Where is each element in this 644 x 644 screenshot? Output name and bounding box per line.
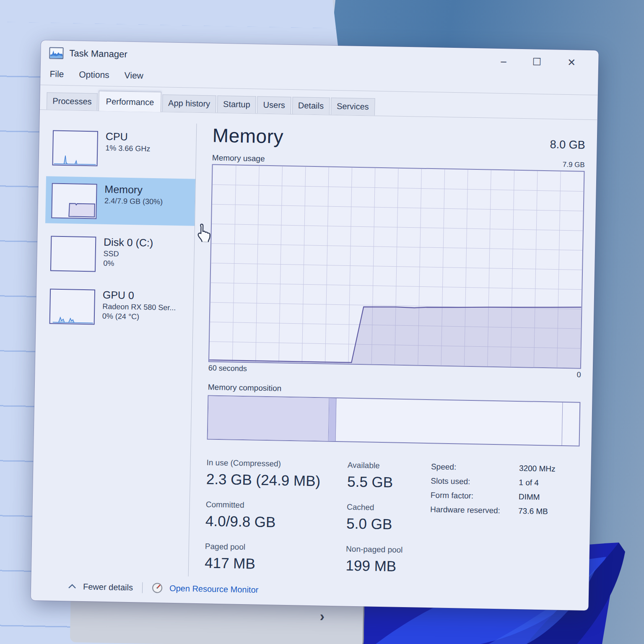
chevron-up-icon bbox=[68, 583, 76, 589]
task-manager-window: Task Manager – ☐ ✕ File Options View Pro… bbox=[31, 40, 599, 610]
stat-available: Available 5.5 GB bbox=[347, 461, 404, 491]
detail-speed: Speed: 3200 MHz bbox=[431, 462, 556, 473]
stat-in-use: In use (Compressed) 2.3 GB (24.9 MB) bbox=[206, 458, 321, 489]
disk-subtitle: SSD bbox=[103, 249, 153, 260]
tab-users[interactable]: Users bbox=[257, 96, 291, 114]
open-resource-monitor-link[interactable]: Open Resource Monitor bbox=[169, 583, 259, 595]
detail-form-factor: Form factor: DIMM bbox=[431, 491, 555, 502]
menu-file[interactable]: File bbox=[49, 69, 64, 79]
axis-zero-label: 0 bbox=[576, 371, 581, 379]
detail-hardware-reserved: Hardware reserved: 73.6 MB bbox=[430, 505, 555, 516]
usage-label: Memory usage bbox=[212, 153, 265, 164]
memory-stats: In use (Compressed) 2.3 GB (24.9 MB) Ava… bbox=[205, 458, 579, 578]
composition-segment-modified bbox=[328, 398, 337, 441]
sidebar-item-gpu[interactable]: GPU 0 Radeon RX 580 Ser... 0% (24 °C) bbox=[43, 282, 193, 332]
chevron-right-icon[interactable]: › bbox=[319, 608, 325, 624]
cpu-thumbnail-graph bbox=[52, 130, 99, 166]
task-manager-app-icon bbox=[49, 47, 64, 59]
stat-paged-pool: Paged pool 417 MB bbox=[205, 542, 319, 573]
memory-title: Memory bbox=[104, 182, 163, 197]
tab-details[interactable]: Details bbox=[292, 97, 330, 115]
gpu-subtitle2: 0% (24 °C) bbox=[102, 312, 176, 323]
resource-monitor-icon bbox=[152, 582, 163, 593]
stat-cached: Cached 5.0 GB bbox=[346, 503, 403, 533]
page-title: Memory bbox=[212, 124, 283, 148]
composition-segment-standby bbox=[336, 398, 563, 445]
composition-segment-in-use bbox=[208, 396, 329, 441]
stat-committed: Committed 4.0/9.8 GB bbox=[205, 500, 320, 531]
memory-header: Memory 8.0 GB bbox=[212, 124, 585, 153]
minimize-button[interactable]: – bbox=[501, 56, 506, 66]
sidebar-item-disk[interactable]: Disk 0 (C:) SSD 0% bbox=[44, 229, 195, 279]
performance-content: CPU 1% 3.66 GHz Memory 2.4/7.9 GB (30%) bbox=[31, 110, 597, 584]
performance-sidebar: CPU 1% 3.66 GHz Memory 2.4/7.9 GB (30%) bbox=[39, 121, 197, 576]
mouse-cursor-hand bbox=[195, 223, 213, 242]
detail-slots-used: Slots used: 1 of 4 bbox=[431, 476, 555, 488]
maximize-button[interactable]: ☐ bbox=[532, 57, 541, 67]
gpu-subtitle: Radeon RX 580 Ser... bbox=[102, 301, 176, 313]
tab-app-history[interactable]: App history bbox=[162, 94, 216, 112]
sidebar-item-cpu[interactable]: CPU 1% 3.66 GHz bbox=[46, 123, 196, 173]
disk-thumbnail-graph bbox=[50, 236, 96, 272]
fewer-details-button[interactable]: Fewer details bbox=[83, 582, 133, 592]
disk-title: Disk 0 (C:) bbox=[104, 235, 153, 250]
gpu-title: GPU 0 bbox=[103, 288, 177, 303]
close-button[interactable]: ✕ bbox=[567, 57, 576, 68]
memory-usage-graph bbox=[208, 164, 585, 369]
tab-processes[interactable]: Processes bbox=[47, 92, 98, 110]
memory-subtitle: 2.4/7.9 GB (30%) bbox=[104, 196, 163, 207]
stat-non-paged-pool: Non-paged pool 199 MB bbox=[345, 545, 402, 575]
stats-grid: In use (Compressed) 2.3 GB (24.9 MB) Ava… bbox=[205, 458, 404, 575]
menu-options[interactable]: Options bbox=[79, 70, 109, 80]
composition-segment-free bbox=[562, 402, 580, 446]
usage-max-label: 7.9 GB bbox=[563, 161, 585, 169]
tab-performance[interactable]: Performance bbox=[99, 91, 161, 112]
memory-total: 8.0 GB bbox=[550, 138, 585, 153]
footer-divider bbox=[142, 582, 143, 593]
memory-details: Speed: 3200 MHz Slots used: 1 of 4 Form … bbox=[429, 462, 556, 577]
disk-subtitle2: 0% bbox=[103, 259, 153, 270]
gpu-thumbnail-graph bbox=[49, 288, 96, 325]
window-controls: – ☐ ✕ bbox=[501, 56, 587, 68]
time-axis-label: 60 seconds bbox=[208, 364, 247, 373]
sidebar-item-memory[interactable]: Memory 2.4/7.9 GB (30%) bbox=[45, 176, 195, 226]
cpu-subtitle: 1% 3.66 GHz bbox=[105, 143, 150, 153]
tab-startup[interactable]: Startup bbox=[217, 96, 256, 114]
memory-panel: Memory 8.0 GB Memory usage 7.9 GB 60 sec… bbox=[189, 124, 586, 584]
window-title: Task Manager bbox=[69, 48, 127, 60]
cpu-title: CPU bbox=[106, 130, 151, 144]
memory-composition-bar[interactable] bbox=[207, 395, 581, 446]
tab-services[interactable]: Services bbox=[331, 98, 375, 116]
memory-thumbnail-graph bbox=[51, 183, 97, 219]
menu-view[interactable]: View bbox=[124, 70, 143, 81]
